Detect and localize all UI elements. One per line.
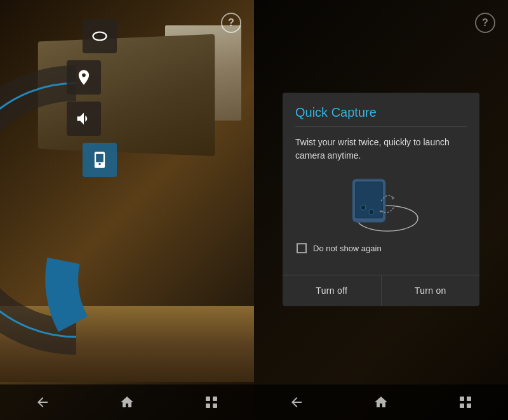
help-button-left[interactable]: ? xyxy=(221,13,241,33)
back-button-right[interactable] xyxy=(286,392,307,412)
svg-rect-10 xyxy=(460,397,464,401)
turn-off-button[interactable]: Turn off xyxy=(283,275,382,306)
svg-rect-0 xyxy=(206,397,210,401)
bottom-nav-right xyxy=(254,384,508,420)
checkbox-row: Do not show again xyxy=(295,243,467,253)
scene-desk xyxy=(38,34,215,157)
svg-rect-3 xyxy=(213,404,217,408)
menu-item-quickcapture[interactable] xyxy=(83,143,117,177)
dialog-divider xyxy=(295,126,467,127)
phone-illustration xyxy=(295,173,467,233)
recents-button-right[interactable] xyxy=(455,392,476,412)
turn-on-button[interactable]: Turn on xyxy=(382,275,480,306)
do-not-show-checkbox[interactable] xyxy=(297,243,307,253)
home-button-right[interactable] xyxy=(371,392,391,412)
svg-rect-2 xyxy=(213,397,217,401)
home-button-left[interactable] xyxy=(117,392,137,412)
menu-item-volume[interactable] xyxy=(67,102,101,136)
dialog-description: Twist your wrist twice, quickly to launc… xyxy=(295,136,467,162)
dialog-body: Quick Capture Twist your wrist twice, qu… xyxy=(283,93,479,275)
svg-point-8 xyxy=(361,205,366,210)
svg-rect-11 xyxy=(460,404,464,408)
bottom-nav-left xyxy=(0,384,254,420)
phone-svg xyxy=(340,173,422,233)
svg-rect-13 xyxy=(467,404,471,408)
menu-item-location[interactable] xyxy=(67,60,101,95)
dialog-title: Quick Capture xyxy=(295,105,467,120)
checkbox-label: Do not show again xyxy=(313,244,382,253)
scene-floor xyxy=(0,306,254,382)
quick-capture-dialog: Quick Capture Twist your wrist twice, qu… xyxy=(283,93,479,306)
svg-rect-1 xyxy=(206,404,210,408)
menu-item-panorama[interactable] xyxy=(83,19,117,53)
svg-point-9 xyxy=(369,209,374,214)
right-panel: ? Quick Capture Twist your wrist twice, … xyxy=(254,0,508,420)
back-button-left[interactable] xyxy=(32,392,53,412)
dialog-buttons: Turn off Turn on xyxy=(283,275,479,306)
recents-button-left[interactable] xyxy=(201,392,222,412)
svg-rect-12 xyxy=(467,397,471,401)
left-panel: ? xyxy=(0,0,254,420)
help-button-right[interactable]: ? xyxy=(475,13,495,33)
